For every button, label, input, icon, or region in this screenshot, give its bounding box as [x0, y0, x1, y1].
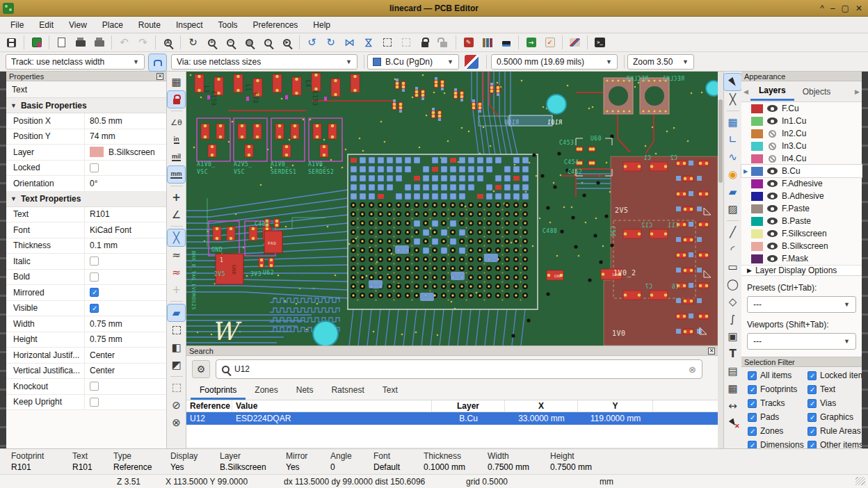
property-value[interactable]: KiCad Font [85, 225, 131, 235]
section-header[interactable]: ▼Basic Properties [6, 98, 166, 113]
checkbox[interactable] [807, 371, 817, 380]
rotate-cw-button[interactable]: ↻ [322, 34, 339, 51]
footprint-browser-button[interactable] [479, 34, 496, 51]
eye-visible-icon[interactable] [767, 193, 778, 200]
add-textbox-button[interactable]: ▤ [724, 363, 741, 380]
property-value[interactable]: 0.75 mm [85, 334, 122, 344]
layer-row-f.cu[interactable]: F.Cu [741, 102, 862, 115]
layer-row-f.paste[interactable]: F.Paste [741, 202, 862, 215]
draw-rectangle-button[interactable]: ▭ [724, 259, 741, 275]
canvas-scrollbar[interactable] [718, 72, 723, 448]
tab-objects[interactable]: Objects [794, 83, 839, 100]
local-ratsnest-tool-button[interactable]: ╳ [724, 91, 741, 108]
menu-view[interactable]: View [61, 18, 95, 32]
layer-row-f.mask[interactable]: F.Mask [741, 252, 862, 265]
via-sketch-mode-button[interactable]: ⊗ [168, 414, 185, 431]
filter-locked-items[interactable]: Locked items [807, 371, 862, 380]
search-settings-button[interactable]: ⚙ [192, 360, 210, 378]
pad-sketch-mode-button[interactable]: ⊘ [168, 397, 185, 414]
draw-circle-button[interactable]: ◯ [724, 276, 741, 293]
search-tab-footprints[interactable]: Footprints [191, 382, 246, 400]
group-button[interactable] [378, 34, 396, 51]
layer-row-in2.cu[interactable]: In2.Cu [741, 127, 862, 140]
checkbox[interactable] [90, 382, 99, 391]
lock-button[interactable] [416, 34, 433, 51]
zoom-objects-button[interactable]: ▫ [259, 34, 277, 51]
property-value[interactable]: 0.75 mm [85, 319, 122, 329]
search-tab-nets[interactable]: Nets [287, 382, 323, 400]
highlight-nets-button[interactable]: + [168, 282, 185, 298]
filter-footprints[interactable]: Footprints [748, 384, 807, 394]
checkbox[interactable] [90, 257, 99, 266]
checkbox[interactable] [748, 385, 757, 394]
filter-rule-areas[interactable]: Rule Areas [807, 426, 862, 436]
find-button[interactable]: A [159, 34, 177, 51]
checkbox[interactable] [807, 427, 817, 436]
draw-polygon-button[interactable]: ◇ [724, 293, 741, 310]
cursor-shape-button[interactable]: + [168, 189, 185, 206]
save-button[interactable] [3, 34, 20, 51]
column-header[interactable]: Reference [186, 400, 232, 412]
resize-grip[interactable] [855, 477, 865, 485]
tab-scroll-left-icon[interactable]: ◀ [741, 88, 750, 95]
pcb-board-view[interactable]: A1V0_VSCA2V5_VSCA1V0_SERDES1A1V0_SERDES2… [186, 72, 718, 345]
add-via-button[interactable]: ◉ [724, 166, 741, 183]
checkbox[interactable] [90, 304, 99, 313]
units-mm-button[interactable]: mm [168, 166, 185, 183]
ungroup-button[interactable] [397, 34, 415, 51]
zone-fill-mode-button[interactable]: ▰ [168, 304, 185, 321]
checkbox[interactable] [748, 413, 757, 422]
print-button[interactable] [72, 34, 89, 51]
select-tool-button[interactable] [724, 74, 741, 90]
layer-row-f.silkscreen[interactable]: F.Silkscreen [741, 227, 862, 240]
route-tracks-button[interactable]: ∟ [724, 131, 741, 148]
column-header[interactable]: Layer [432, 400, 505, 412]
menu-file[interactable]: File [3, 18, 31, 32]
shade-button[interactable]: ^ [820, 1, 824, 16]
plot-button[interactable] [90, 34, 108, 51]
menu-route[interactable]: Route [131, 18, 168, 32]
unlock-button[interactable] [435, 34, 452, 51]
rotate-ccw-button[interactable]: ↺ [303, 34, 321, 51]
search-tab-zones[interactable]: Zones [246, 382, 287, 400]
scrollbar-thumb[interactable] [718, 99, 723, 183]
column-header[interactable]: Value [232, 400, 432, 412]
column-header[interactable]: X [505, 400, 578, 412]
layer-row-b.paste[interactable]: B.Paste [741, 215, 862, 227]
draw-arc-button[interactable]: ◜ [724, 241, 741, 258]
add-table-button[interactable]: ▦ [724, 380, 741, 397]
undo-button[interactable]: ↶ [115, 34, 133, 51]
close-button[interactable]: ✕ [855, 1, 862, 16]
track-cleanup-button[interactable] [566, 34, 584, 51]
board-setup-button[interactable] [28, 34, 45, 51]
property-value[interactable] [85, 257, 99, 266]
menu-edit[interactable]: Edit [31, 18, 61, 32]
property-value[interactable] [85, 273, 99, 282]
add-zone-button[interactable]: ▰ [724, 184, 741, 200]
footprint-editor-button[interactable]: ✎ [460, 34, 477, 51]
property-value[interactable] [85, 382, 99, 391]
checkbox[interactable] [90, 398, 99, 407]
minimize-button[interactable]: – [830, 1, 835, 16]
layer-row-b.adhesive[interactable]: B.Adhesive [741, 190, 862, 202]
eye-hidden-icon[interactable] [769, 130, 776, 138]
drc-button[interactable]: ✓ [541, 34, 558, 51]
property-value[interactable]: Center [85, 366, 115, 375]
pcb-canvas[interactable]: A1V0_VSCA2V5_VSCA1V0_SERDES1A1V0_SERDES2… [186, 72, 718, 345]
locked-items-lock-button[interactable] [168, 91, 185, 108]
close-icon[interactable]: ✕ [156, 73, 163, 80]
checkbox[interactable] [90, 163, 99, 172]
draw-bezier-button[interactable]: ∫ [724, 311, 741, 327]
property-value[interactable] [85, 163, 99, 172]
property-value[interactable]: B.Silkscreen [85, 147, 155, 157]
zoom-in-button[interactable]: + [203, 34, 220, 51]
layer-display-options[interactable]: ▶ Layer Display Options [741, 265, 862, 276]
layer-row-in4.cu[interactable]: In4.Cu [741, 152, 862, 165]
checkbox[interactable] [90, 273, 99, 282]
active-layer-dropdown[interactable]: B.Cu (PgDn) ▼ [367, 54, 459, 70]
ratsnest-visibility-button[interactable]: ╳ [168, 229, 185, 246]
presets-dropdown[interactable]: --- ▼ [747, 296, 856, 313]
eye-visible-icon[interactable] [767, 230, 778, 237]
property-value[interactable] [85, 304, 99, 313]
grid-size-dropdown[interactable]: 0.5000 mm (19.69 mils) ▼ [491, 54, 618, 70]
